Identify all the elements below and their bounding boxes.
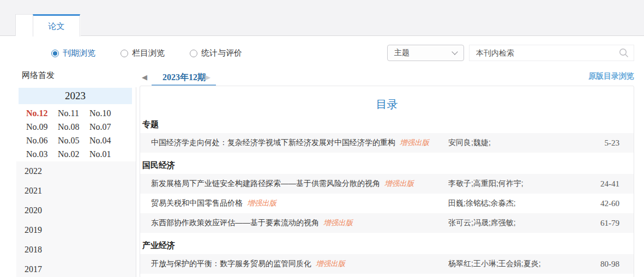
year-list: 202220212020201920182017 — [16, 161, 136, 277]
article-title: 新发展格局下产业链安全构建路径探索——基于供需风险分散的视角增强出版 — [151, 179, 448, 189]
year-item[interactable]: 2020 — [16, 201, 136, 220]
article-title: 东西部协作政策效应评估——基于要素流动的视角增强出版 — [151, 218, 448, 228]
article-title-link[interactable]: 新发展格局下产业链安全构建路径探索——基于供需风险分散的视角 — [151, 179, 380, 188]
section-rows: 开放与保护的平衡：数字服务贸易的监管同质化增强出版 杨翠红;王小琳;王会娟;夏炎… — [140, 254, 634, 274]
issue-link[interactable]: No.09 — [26, 120, 58, 134]
radio-icon — [51, 50, 59, 57]
toc-content-box: 目录 专题 中国经济学走向何处：复杂经济学视域下新经济发展对中国经济学的重构增强… — [140, 86, 634, 277]
article-row: 中国经济学走向何处：复杂经济学视域下新经济发展对中国经济学的重构增强出版 安同良… — [140, 133, 634, 153]
enhanced-publishing-tag[interactable]: 增强出版 — [247, 199, 276, 207]
sidebar-divider — [136, 87, 136, 277]
view-mode-radios: 刊期浏览 栏目浏览 统计与评价 — [51, 48, 267, 58]
issue-link[interactable]: No.06 — [26, 134, 58, 147]
issue-link[interactable]: No.05 — [58, 134, 89, 147]
chevron-down-icon — [452, 49, 458, 55]
article-authors[interactable]: 杨翠红;王小琳;王会娟;夏炎; — [448, 259, 587, 269]
search-box — [469, 45, 634, 61]
issue-grid: No.12No.11No.10No.09No.08No.07No.06No.05… — [19, 104, 132, 164]
issue-link[interactable]: No.01 — [89, 147, 121, 161]
radio-icon — [190, 50, 197, 57]
year-item[interactable]: 2017 — [16, 260, 136, 277]
issue-link[interactable]: No.07 — [89, 120, 121, 134]
year-item[interactable]: 2022 — [16, 161, 136, 181]
article-row: 开放与保护的平衡：数字服务贸易的监管同质化增强出版 杨翠红;王小琳;王会娟;夏炎… — [140, 254, 634, 274]
tab-strip — [0, 0, 644, 36]
section-rows: 中国经济学走向何处：复杂经济学视域下新经济发展对中国经济学的重构增强出版 安同良… — [140, 133, 634, 153]
next-issue-arrow[interactable]: ▶ — [205, 73, 210, 81]
issue-link[interactable]: No.02 — [58, 147, 89, 161]
toc-sections: 专题 中国经济学走向何处：复杂经济学视域下新经济发展对中国经济学的重构增强出版 … — [140, 119, 634, 274]
article-title-link[interactable]: 开放与保护的平衡：数字服务贸易的监管同质化 — [151, 259, 311, 268]
radio-label: 统计与评价 — [201, 48, 242, 58]
radio-icon — [121, 50, 128, 57]
toc-section: 国民经济 新发展格局下产业链安全构建路径探索——基于供需风险分散的视角增强出版 … — [140, 160, 634, 233]
view-mode-radio[interactable]: 刊期浏览 — [51, 48, 95, 58]
article-title: 中国经济学走向何处：复杂经济学视域下新经济发展对中国经济学的重构增强出版 — [151, 138, 448, 148]
article-title: 贸易关税和中国零售品价格增强出版 — [151, 198, 448, 208]
enhanced-publishing-tag[interactable]: 增强出版 — [323, 219, 353, 227]
year-item[interactable]: 2018 — [16, 240, 136, 260]
section-header: 产业经济 — [142, 240, 634, 251]
article-authors[interactable]: 李敬子;高重阳;何祚宇; — [448, 179, 587, 189]
article-pages: 24-41 — [587, 179, 619, 189]
issue-link[interactable]: No.04 — [89, 134, 121, 147]
article-row: 新发展格局下产业链安全构建路径探索——基于供需风险分散的视角增强出版 李敬子;高… — [140, 174, 634, 194]
view-mode-radio[interactable]: 统计与评价 — [190, 48, 242, 58]
search-icon[interactable] — [618, 47, 629, 58]
article-pages: 61-79 — [587, 219, 619, 228]
issue-link[interactable]: No.08 — [58, 120, 89, 134]
article-title-link[interactable]: 东西部协作政策效应评估——基于要素流动的视角 — [151, 218, 319, 227]
issue-link[interactable]: No.12 — [26, 106, 58, 120]
enhanced-publishing-tag[interactable]: 增强出版 — [316, 260, 345, 268]
article-title-link[interactable]: 中国经济学走向何处：复杂经济学视域下新经济发展对中国经济学的重构 — [151, 138, 395, 147]
article-pages: 5-23 — [587, 138, 619, 148]
toc-section: 产业经济 开放与保护的平衡：数字服务贸易的监管同质化增强出版 杨翠红;王小琳;王… — [140, 240, 634, 274]
issue-link[interactable]: No.03 — [26, 147, 58, 161]
radio-label: 刊期浏览 — [63, 48, 95, 58]
prev-issue-arrow[interactable]: ◀ — [142, 73, 147, 81]
enhanced-publishing-tag[interactable]: 增强出版 — [384, 179, 414, 188]
article-title-link[interactable]: 贸易关税和中国零售品价格 — [151, 198, 243, 207]
issue-link[interactable]: No.10 — [89, 106, 121, 120]
current-year-header[interactable]: 2023 — [19, 88, 132, 104]
section-rows: 新发展格局下产业链安全构建路径探索——基于供需风险分散的视角增强出版 李敬子;高… — [140, 174, 634, 233]
original-toc-link[interactable]: 原版目录浏览 — [588, 71, 634, 81]
article-authors[interactable]: 张可云;冯晟;席强敏; — [448, 218, 587, 228]
section-header: 国民经济 — [142, 160, 634, 171]
section-header: 专题 — [142, 119, 634, 130]
search-input[interactable] — [470, 45, 618, 61]
toc-title: 目录 — [140, 97, 634, 112]
radio-label: 栏目浏览 — [132, 48, 165, 58]
journal-browse-page: 论文 刊期浏览 栏目浏览 统计与评价 主题 网络首发 2023 No.12No.… — [0, 0, 644, 277]
online-first-link[interactable]: 网络首发 — [22, 70, 55, 81]
article-row: 贸易关税和中国零售品价格增强出版 田巍;徐铭梽;余淼杰; 42-60 — [140, 194, 634, 213]
article-pages: 80-98 — [587, 260, 619, 269]
article-authors[interactable]: 安同良;魏婕; — [448, 138, 587, 148]
issue-link[interactable]: No.11 — [58, 106, 89, 120]
year-item[interactable]: 2021 — [16, 181, 136, 201]
issue-panel: 2023 No.12No.11No.10No.09No.08No.07No.06… — [19, 88, 132, 164]
article-authors[interactable]: 田巍;徐铭梽;余淼杰; — [448, 198, 587, 208]
toc-section: 专题 中国经济学走向何处：复杂经济学视域下新经济发展对中国经济学的重构增强出版 … — [140, 119, 634, 153]
enhanced-publishing-tag[interactable]: 增强出版 — [400, 138, 429, 147]
article-pages: 42-60 — [587, 199, 619, 208]
article-title: 开放与保护的平衡：数字服务贸易的监管同质化增强出版 — [151, 259, 448, 269]
search-field-value: 主题 — [394, 48, 410, 58]
article-row: 东西部协作政策效应评估——基于要素流动的视角增强出版 张可云;冯晟;席强敏; 6… — [140, 213, 634, 233]
search-field-select[interactable]: 主题 — [387, 45, 464, 61]
year-item[interactable]: 2019 — [16, 220, 136, 240]
tab-papers[interactable]: 论文 — [33, 14, 80, 37]
view-mode-radio[interactable]: 栏目浏览 — [121, 48, 165, 58]
